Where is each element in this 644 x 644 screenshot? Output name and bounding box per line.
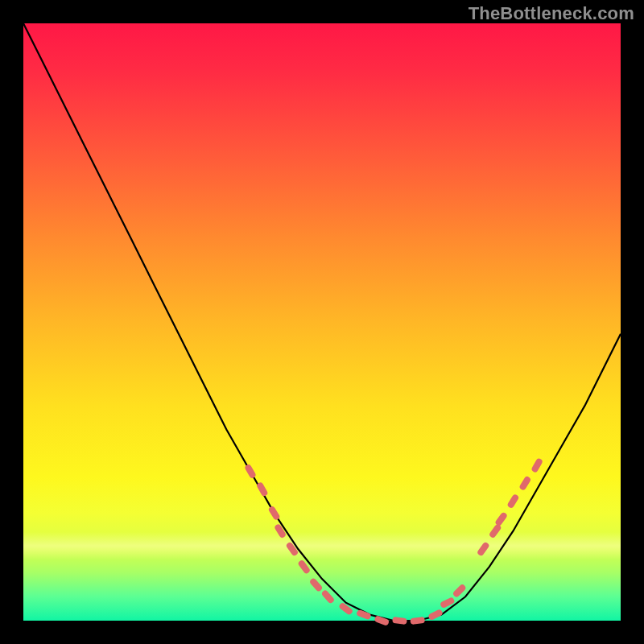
bottleneck-curve [23, 23, 621, 621]
curve-marker [244, 464, 257, 480]
curve-marker [489, 523, 502, 539]
plot-area [23, 23, 621, 621]
watermark-text: TheBottleneck.com [469, 3, 634, 24]
curve-marker [309, 577, 324, 592]
curve-marker [477, 541, 490, 556]
curve-marker [274, 523, 287, 539]
curve-marker [285, 541, 299, 556]
curve-layer [23, 23, 621, 621]
curve-marker [427, 609, 444, 621]
curve-marker [374, 615, 390, 626]
curve-marker [392, 617, 407, 625]
curve-markers [244, 457, 543, 626]
curve-marker [452, 584, 467, 598]
curve-marker [256, 481, 269, 497]
chart-frame: TheBottleneck.com [0, 0, 644, 644]
curve-marker [494, 511, 508, 526]
curve-marker [518, 476, 531, 492]
curve-marker [410, 617, 425, 625]
curve-marker [530, 457, 543, 473]
curve-marker [506, 493, 519, 510]
curve-marker [338, 602, 353, 616]
curve-marker [320, 589, 335, 605]
